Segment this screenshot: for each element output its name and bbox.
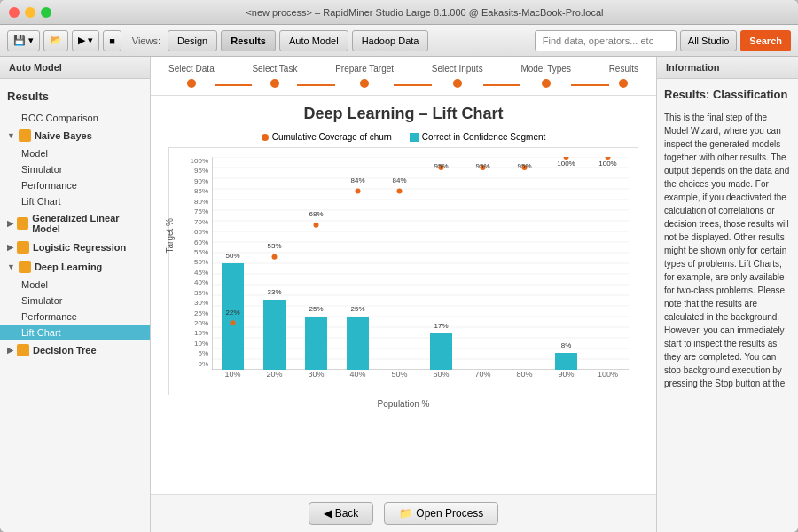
sidebar-header-results: Results xyxy=(0,82,150,110)
step-prepare-target: Prepare Target xyxy=(335,64,394,88)
step-select-task-label: Select Task xyxy=(252,64,297,74)
open-process-button[interactable]: 📁 Open Process xyxy=(384,502,498,525)
logistic-label: Logistic Regression xyxy=(33,242,126,253)
main-area: Auto Model Results ROC Comparison ▼ Naiv… xyxy=(0,57,798,532)
views-label: Views: xyxy=(132,35,160,46)
bar-group-80 xyxy=(504,157,545,370)
bar-group-50 xyxy=(379,157,420,370)
sidebar-content: Results ROC Comparison ▼ Naive Bayes Mod… xyxy=(0,79,150,532)
bar-label-30: 25% xyxy=(305,305,328,313)
search-bar: All Studio Search xyxy=(535,30,791,51)
bar-90: 8% xyxy=(555,353,578,370)
bar-label-60: 17% xyxy=(430,322,453,330)
x-label-100: 100% xyxy=(587,370,629,386)
back-button[interactable]: ◀ Back xyxy=(309,502,374,525)
dt-arrow: ▶ xyxy=(7,346,13,355)
dt-icon xyxy=(17,344,29,356)
sidebar-item-dl-performance[interactable]: Performance xyxy=(0,309,150,325)
step-line-3 xyxy=(394,84,432,86)
x-label-30: 30% xyxy=(295,370,337,386)
sidebar-item-nb-performance[interactable]: Performance xyxy=(0,177,150,193)
search-input[interactable] xyxy=(535,30,677,51)
toolbar-open-btn[interactable]: 📂 xyxy=(43,30,68,51)
window-title: <new process> – RapidMiner Studio Large … xyxy=(60,7,789,18)
toolbar-stop-btn[interactable]: ■ xyxy=(103,30,121,51)
bar-10: 50% xyxy=(222,263,245,370)
logistic-arrow: ▶ xyxy=(7,243,13,252)
x-label-20: 20% xyxy=(254,370,295,386)
bar-group-30: 25% xyxy=(295,157,337,370)
sidebar-item-nb-simulator[interactable]: Simulator xyxy=(0,161,150,177)
step-select-data-dot xyxy=(187,79,196,88)
traffic-lights xyxy=(9,7,51,18)
step-results: Results xyxy=(609,64,638,88)
sidebar-section-deep-learning[interactable]: ▼ Deep Learning xyxy=(0,257,150,277)
toolbar-save-btn[interactable]: 💾 ▾ xyxy=(7,30,40,51)
step-prepare-target-dot xyxy=(360,79,369,88)
bar-group-90: 8% xyxy=(545,157,587,370)
bar-label-40: 25% xyxy=(347,305,370,313)
titlebar: <new process> – RapidMiner Studio Large … xyxy=(0,0,798,25)
dt-label: Decision Tree xyxy=(33,345,97,356)
sidebar-section-decision-tree[interactable]: ▶ Decision Tree xyxy=(0,340,150,360)
step-prepare-target-label: Prepare Target xyxy=(335,64,394,74)
sidebar-item-nb-liftchart[interactable]: Lift Chart xyxy=(0,193,150,209)
chart-container: Target % 100%95%90%85%80% 75%70%65%60%55… xyxy=(168,147,638,395)
chart-legend: Cumulative Coverage of churn Correct in … xyxy=(168,132,638,142)
step-model-types: Model Types xyxy=(520,64,571,88)
step-select-inputs-dot xyxy=(453,79,462,88)
naive-bayes-label: Naive Bayes xyxy=(35,130,92,141)
right-panel-title: Results: Classification xyxy=(664,86,791,104)
right-panel-content: Results: Classification This is the fina… xyxy=(657,79,798,532)
back-label: Back xyxy=(335,507,359,520)
close-button[interactable] xyxy=(9,7,20,18)
legend-item-bar: Correct in Confidence Segment xyxy=(410,132,546,142)
legend-item-line: Cumulative Coverage of churn xyxy=(262,132,392,142)
search-scope-btn[interactable]: All Studio xyxy=(680,30,737,51)
bar-group-70 xyxy=(462,157,504,370)
design-view-btn[interactable]: Design xyxy=(168,30,217,51)
hadoop-data-view-btn[interactable]: Hadoop Data xyxy=(352,30,429,51)
step-line-2 xyxy=(297,84,335,86)
step-model-types-label: Model Types xyxy=(520,64,571,74)
glm-label: Generalized Linear Model xyxy=(32,213,143,234)
sidebar-item-dl-liftchart[interactable]: Lift Chart xyxy=(0,325,150,340)
bar-20: 33% xyxy=(263,300,286,370)
y-axis: 100%95%90%85%80% 75%70%65%60%55% 50%45%4… xyxy=(178,157,212,368)
auto-model-view-btn[interactable]: Auto Model xyxy=(279,30,348,51)
auto-model-tab[interactable]: Auto Model xyxy=(0,57,150,79)
step-line-4 xyxy=(483,84,521,86)
legend-square-bar xyxy=(410,133,419,142)
legend-dot-line xyxy=(262,134,269,141)
toolbar: 💾 ▾ 📂 ▶ ▾ ■ Views: Design Results Auto M… xyxy=(0,25,798,57)
bars-container: 50% 33% xyxy=(212,157,629,370)
maximize-button[interactable] xyxy=(41,7,51,18)
search-button[interactable]: Search xyxy=(740,30,791,51)
results-view-btn[interactable]: Results xyxy=(221,30,276,51)
chart-title: Deep Learning – Lift Chart xyxy=(168,105,638,123)
chart-body: 50% 33% xyxy=(212,157,629,386)
x-label-50: 50% xyxy=(379,370,420,386)
dl-icon xyxy=(19,261,31,273)
center-content: Select Data Select Task Prepare Target S… xyxy=(151,57,656,532)
sidebar-section-glm[interactable]: ▶ Generalized Linear Model xyxy=(0,209,150,238)
x-label-70: 70% xyxy=(462,370,504,386)
bar-group-100 xyxy=(587,157,629,370)
sidebar-item-roc[interactable]: ROC Comparison xyxy=(0,110,150,126)
naive-bayes-arrow: ▼ xyxy=(7,131,15,140)
legend-label-line: Cumulative Coverage of churn xyxy=(272,132,392,142)
step-select-task-dot xyxy=(270,79,279,88)
x-axis-labels: 10% 20% 30% 40% 50% 60% 70% 80% 90% 10 xyxy=(212,370,629,386)
sidebar-section-logistic[interactable]: ▶ Logistic Regression xyxy=(0,238,150,257)
toolbar-run-btn[interactable]: ▶ ▾ xyxy=(72,30,99,51)
bar-40: 25% xyxy=(347,317,370,370)
bar-group-60: 17% xyxy=(420,157,462,370)
naive-bayes-icon xyxy=(19,129,31,142)
step-select-inputs-label: Select Inputs xyxy=(432,64,483,74)
sidebar-item-dl-simulator[interactable]: Simulator xyxy=(0,293,150,309)
x-label-90: 90% xyxy=(545,370,587,386)
sidebar-section-naive-bayes[interactable]: ▼ Naive Bayes xyxy=(0,126,150,145)
minimize-button[interactable] xyxy=(25,7,35,18)
sidebar-item-nb-model[interactable]: Model xyxy=(0,145,150,161)
sidebar-item-dl-model[interactable]: Model xyxy=(0,277,150,293)
